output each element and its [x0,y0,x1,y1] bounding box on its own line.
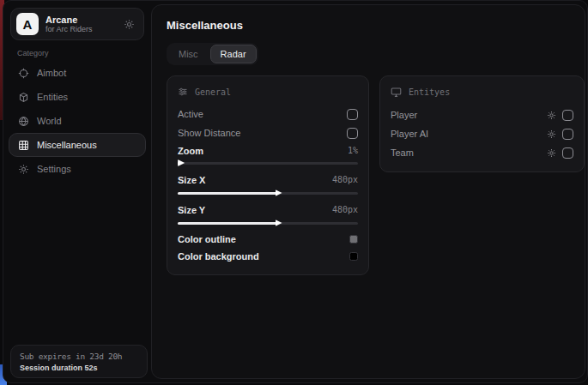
zoom-value: 1% [348,146,358,155]
setting-label: Color background [178,251,259,262]
setting-row-zoom: Zoom 1% [178,142,358,159]
entity-controls [547,129,573,140]
tab-group: Misc Radar [167,43,258,65]
subscription-expiry: Sub expires in 23d 20h [20,352,138,361]
gear-icon [18,164,29,175]
category-label: Category [17,49,151,57]
app-subtitle: for Arc Riders [45,25,117,33]
session-duration: Session duration 52s [20,364,138,372]
color-outline-swatch[interactable] [349,235,358,244]
sidebar-item-world[interactable]: World [9,109,146,133]
slider-thumb[interactable] [178,159,185,166]
panel-general: General Active Show Distance Zoom 1% [167,75,369,275]
entity-label: Player [391,110,417,120]
setting-row-size-y: Size Y 480px [178,201,358,219]
setting-row-show-distance: Show Distance [178,123,358,142]
logo-text: Arcane for Arc Riders [45,15,117,34]
sidebar-item-label: Entities [37,92,68,102]
size-y-slider[interactable] [178,220,358,226]
zoom-slider[interactable] [178,159,358,166]
entity-label: Player AI [391,129,428,139]
box-scan-icon [18,92,29,103]
sidebar-item-settings[interactable]: Settings [9,157,146,181]
monitor-icon [391,87,402,98]
tab-misc[interactable]: Misc [168,45,209,63]
entity-label: Team [391,147,414,158]
gear-icon[interactable] [547,111,556,120]
entity-row-player-ai: Player AI [391,124,573,143]
player-ai-checkbox[interactable] [562,129,573,140]
setting-row-active: Active [178,105,358,123]
slider-fill [178,192,277,195]
panel-general-title: General [195,87,231,97]
gear-icon[interactable] [547,129,556,139]
setting-row-size-x: Size X 480px [178,171,358,189]
entity-controls [547,147,573,159]
setting-label: Zoom [178,146,203,156]
sidebar-item-label: World [37,116,62,126]
sidebar-item-label: Miscellaneous [37,140,97,150]
setting-label: Show Distance [178,128,240,138]
setting-label: Active [178,109,203,119]
setting-label: Size X [178,175,205,185]
main-content: Miscellaneous Misc Radar Gene [151,4,585,379]
size-x-value: 480px [332,175,358,184]
panel-entities: Entityes Player P [379,75,585,172]
slider-track [178,162,358,165]
sidebar-item-entities[interactable]: Entities [9,85,146,109]
entity-row-team: Team [391,143,573,162]
app-title: Arcane [45,15,117,26]
setting-label: Size Y [178,205,205,215]
sliders-icon [178,87,188,97]
sidebar-item-label: Aimbot [37,68,66,78]
sidebar: A Arcane for Arc Riders Category [3,1,151,382]
setting-label: Color outline [178,234,236,244]
player-checkbox[interactable] [562,110,573,121]
panel-entities-header: Entityes [391,87,573,98]
panels-row: General Active Show Distance Zoom 1% [167,75,585,275]
logo-card: A Arcane for Arc Riders [10,8,144,40]
color-background-swatch[interactable] [349,252,358,261]
page-title: Miscellaneous [167,19,585,32]
subscription-card: Sub expires in 23d 20h Session duration … [10,345,148,378]
gear-icon[interactable] [124,19,135,30]
show-distance-checkbox[interactable] [347,128,358,139]
globe-icon [18,116,29,127]
sidebar-item-miscellaneous[interactable]: Miscellaneous [9,133,146,157]
size-y-value: 480px [332,205,358,214]
team-checkbox[interactable] [562,147,573,159]
size-x-slider[interactable] [178,189,358,196]
setting-row-color-outline: Color outline [178,231,358,248]
crosshair-icon [18,68,29,79]
panel-entities-title: Entityes [409,87,450,97]
active-checkbox[interactable] [347,109,358,120]
gear-icon[interactable] [547,148,556,158]
slider-fill [178,222,277,225]
app-logo: A [16,13,39,35]
entity-row-player: Player [391,105,573,124]
overlay-window: A Arcane for Arc Riders Category [3,0,588,383]
setting-row-color-background: Color background [178,248,358,265]
sidebar-nav: Aimbot Entities World [3,61,151,181]
slider-thumb[interactable] [276,189,282,196]
grid-icon [18,140,29,151]
tab-radar[interactable]: Radar [210,45,257,63]
slider-thumb[interactable] [276,220,282,226]
panel-general-header: General [178,87,358,97]
sidebar-item-label: Settings [37,164,71,174]
sidebar-item-aimbot[interactable]: Aimbot [9,61,146,85]
entity-controls [547,110,573,121]
